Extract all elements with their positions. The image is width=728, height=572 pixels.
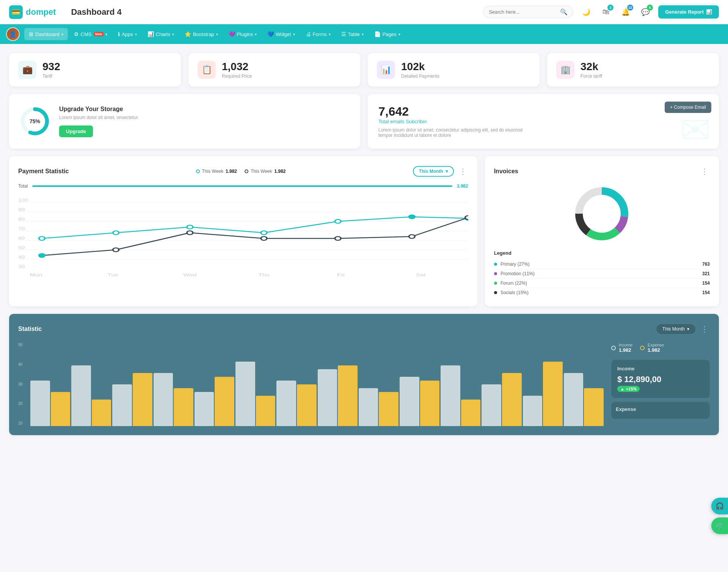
stat-card-tariff: 💼 932 Tariff — [9, 53, 181, 86]
nav-label-table: Table — [348, 31, 360, 37]
sidebar-item-apps[interactable]: ℹ Apps ▾ — [113, 28, 141, 40]
sidebar-item-cms[interactable]: ⚙ CMS New ▾ — [69, 28, 112, 40]
month-filter-select[interactable]: This Month ▾ — [413, 166, 454, 177]
chevron-down-icon-pages: ▾ — [399, 32, 400, 36]
invoices-legend-section: Legend Primary (27%) 763 Promotion (11%)… — [494, 250, 710, 297]
user-avatar: 👤 — [6, 27, 20, 41]
svg-text:Mon: Mon — [30, 273, 42, 277]
gift-button[interactable]: 🛍 2 — [599, 5, 613, 19]
search-input[interactable] — [489, 9, 557, 15]
required-price-label: Required Price — [222, 74, 252, 79]
yellow-bar-9 — [420, 381, 440, 426]
invoices-more-button[interactable]: ⋮ — [699, 165, 710, 177]
svg-text:Thu: Thu — [258, 273, 270, 277]
white-bar-7 — [318, 369, 337, 426]
statistic-title: Statistic — [18, 326, 42, 332]
chat-button[interactable]: 💬 5 — [639, 5, 652, 19]
chevron-down-filter: ▾ — [446, 169, 448, 174]
svg-text:60: 60 — [18, 236, 25, 240]
statistic-more-button[interactable]: ⋮ — [699, 323, 710, 335]
generate-report-button[interactable]: Generate Report 📊 — [658, 5, 719, 19]
forum-label: Forum (22%) — [500, 281, 527, 286]
logo: 💳 dompet — [9, 5, 56, 19]
payments-icon: 📊 — [377, 61, 395, 79]
payment-statistic-card: Payment Statistic This Week 1.982 This W… — [9, 156, 477, 306]
legend-week1-value: 1.982 — [226, 169, 237, 174]
bar-group-7 — [318, 365, 358, 426]
statistic-month-button[interactable]: This Month ▾ — [656, 324, 695, 334]
svg-point-17 — [39, 237, 45, 240]
bar-group-8 — [359, 388, 399, 426]
sidebar-item-pages[interactable]: 📄 Pages ▾ — [370, 28, 405, 40]
stat-legend-row: Income 1.982 Expense 1.982 — [611, 343, 710, 353]
svg-text:80: 80 — [18, 217, 25, 221]
payment-more-button[interactable]: ⋮ — [458, 165, 468, 177]
legend-item-forum: Forum (22%) 154 — [494, 279, 710, 288]
invoices-donut-container — [494, 183, 710, 244]
chevron-down-icon-table: ▾ — [362, 32, 364, 36]
statistic-controls: This Month ▾ ⋮ — [656, 323, 710, 335]
yellow-bar-8 — [379, 392, 399, 426]
svg-point-20 — [261, 231, 267, 235]
svg-point-25 — [113, 248, 119, 252]
cms-badge: New — [94, 32, 104, 36]
svg-point-30 — [465, 216, 468, 219]
forum-count: 154 — [702, 281, 710, 286]
nav-label-cms: CMS — [81, 31, 92, 37]
charts-icon: 📊 — [147, 31, 154, 37]
subscriber-subtitle: Total emails Subcriber. — [378, 119, 708, 124]
total-label: Total — [18, 183, 28, 189]
sidebar-item-dashboard[interactable]: ⊞ Dashboard ▾ — [24, 28, 68, 40]
bar-group-3 — [154, 373, 193, 426]
nav-label-plugins: Plugins — [237, 31, 253, 37]
white-bar-13 — [564, 373, 584, 426]
cms-icon: ⚙ — [74, 31, 79, 37]
dark-mode-button[interactable]: 🌙 — [579, 5, 593, 19]
statistic-section: Statistic This Month ▾ ⋮ 50 40 30 20 — [9, 314, 719, 435]
white-bar-0 — [30, 381, 50, 426]
sidebar-item-bootstrap[interactable]: ⭐ Bootstrap ▾ — [180, 28, 223, 40]
white-bar-8 — [359, 388, 378, 426]
payment-chart-controls: This Month ▾ ⋮ — [413, 165, 468, 177]
expense-dot — [640, 346, 645, 350]
svg-point-26 — [187, 231, 193, 235]
email-card: + Compose Email 7,642 Total emails Subcr… — [368, 94, 719, 149]
main-content: 💼 932 Tariff 📋 1,032 Required Price 📊 10… — [0, 44, 728, 452]
sidebar-item-widget[interactable]: 💙 Widget ▾ — [263, 28, 299, 40]
socials-dot — [494, 291, 497, 294]
nav-label-bootstrap: Bootstrap — [193, 31, 214, 37]
pages-icon: 📄 — [374, 31, 381, 37]
income-legend-label: Income — [619, 343, 632, 347]
sidebar-item-charts[interactable]: 📊 Charts ▾ — [143, 28, 179, 40]
expense-legend: Expense 1.982 — [640, 343, 664, 353]
plugins-icon: 💜 — [229, 31, 235, 37]
logo-icon: 💳 — [9, 5, 23, 19]
sidebar-item-table[interactable]: ☰ Table ▾ — [337, 28, 368, 40]
upgrade-button[interactable]: Upgrade — [59, 125, 93, 137]
mid-row: 75% Upgrade Your Storage Lorem ipsum dol… — [9, 94, 719, 149]
invoices-card: Invoices ⋮ Leg — [485, 156, 719, 306]
force-tariff-label: Force tariff — [581, 74, 602, 79]
yellow-bar-3 — [174, 388, 193, 426]
nav-label-widget: Widget — [276, 31, 291, 37]
storage-card: 75% Upgrade Your Storage Lorem ipsum dol… — [9, 94, 360, 149]
svg-text:40: 40 — [18, 255, 25, 259]
up-arrow-icon: ▲ — [620, 387, 624, 391]
promotion-count: 321 — [702, 271, 710, 276]
bar-group-4 — [195, 377, 234, 426]
storage-percentage: 75% — [30, 118, 40, 124]
statistic-right-panel: Income 1.982 Expense 1.982 Income $ — [611, 343, 710, 426]
apps-icon: ℹ — [118, 31, 120, 37]
required-price-value: 1,032 — [222, 61, 252, 73]
svg-point-21 — [335, 219, 341, 223]
bell-button[interactable]: 🔔 12 — [619, 5, 632, 19]
moon-icon: 🌙 — [582, 8, 590, 16]
search-icon: 🔍 — [560, 8, 568, 16]
stat-card-required-price: 📋 1,032 Required Price — [188, 53, 360, 86]
sidebar-item-forms[interactable]: 🖨 Forms ▾ — [301, 28, 335, 40]
svg-text:30: 30 — [18, 265, 25, 269]
sidebar-item-plugins[interactable]: 💜 Plugins ▾ — [224, 28, 262, 40]
tariff-icon: 💼 — [18, 61, 36, 79]
nav-label-forms: Forms — [313, 31, 327, 37]
search-box[interactable]: 🔍 — [483, 6, 573, 18]
